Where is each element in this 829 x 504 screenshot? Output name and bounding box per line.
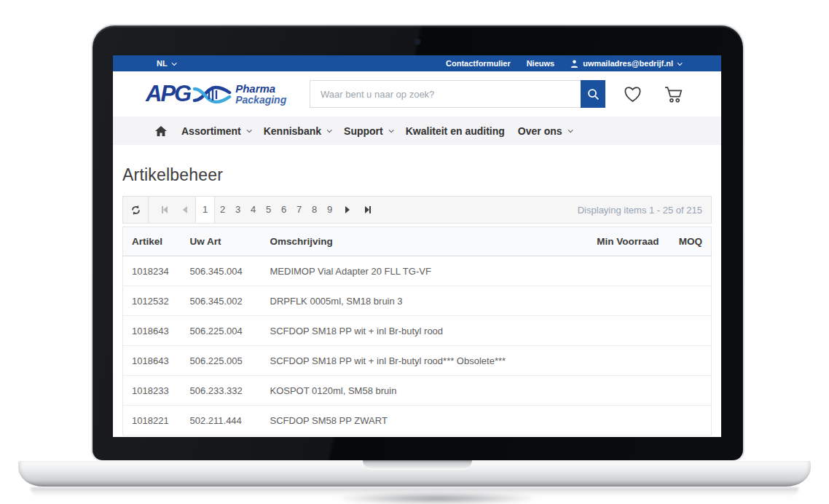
col-uw-art[interactable]: Uw Art: [181, 227, 262, 256]
search-button[interactable]: [581, 80, 605, 108]
table-row[interactable]: 1018234 506.345.004 MEDIMOP Vial Adapter…: [123, 256, 712, 286]
nav-item[interactable]: Assortiment: [181, 125, 251, 137]
prev-page-button[interactable]: [175, 197, 195, 223]
pager-page-button[interactable]: 5: [261, 197, 276, 223]
nav-item[interactable]: Over ons: [518, 125, 572, 137]
table-row[interactable]: 1018643 506.225.004 SCFDOP SM18 PP wit +…: [123, 316, 712, 346]
last-page-button[interactable]: [358, 197, 378, 223]
nav-item[interactable]: Kwaliteit en auditing: [406, 125, 505, 137]
prev-page-icon: [183, 206, 187, 213]
pagination-bar: 1 2 3 4 5 6 7: [122, 196, 712, 224]
cell-moq: [668, 346, 712, 376]
nav-item[interactable]: Support: [344, 125, 393, 137]
user-account-menu[interactable]: uwmailadres@bedrijf.nl: [570, 59, 681, 68]
nav-item-label: Kennisbank: [264, 125, 321, 137]
table-row[interactable]: 1012532 506.345.002 DRPFLK 0005ml, SM18 …: [123, 286, 712, 316]
cart-icon: [664, 85, 683, 103]
pager-pages: 1 2 3 4 5 6 7: [195, 197, 337, 223]
cart-button[interactable]: [664, 85, 683, 103]
user-email: uwmailadres@bedrijf.nl: [583, 59, 673, 68]
refresh-icon: [130, 205, 141, 216]
cell-uw-art: 506.233.332: [181, 376, 262, 406]
first-page-button[interactable]: [154, 197, 175, 223]
table-row[interactable]: 1018233 506.233.332 KOSPOT 0120ml, SM58 …: [123, 376, 712, 406]
pager-page-button[interactable]: 1: [195, 197, 215, 223]
cell-uw-art: 506.225.004: [181, 316, 262, 346]
main-nav: Assortiment Kennisbank Support K: [113, 117, 721, 145]
cell-omschrijving: SCFDOP SM58 PP ZWART: [262, 406, 581, 436]
cell-uw-art: 502.211.444: [181, 406, 262, 436]
cell-artikel: 1018643: [123, 346, 181, 376]
table-header-row: Artikel Uw Art Omschrijving Min Voorraad…: [123, 227, 712, 256]
first-page-icon: [163, 206, 168, 213]
nav-item-label: Over ons: [518, 125, 562, 137]
pager-page-button[interactable]: 3: [230, 197, 245, 223]
page-background: NL Contactformulier Nieuws uwmailadres@b…: [0, 0, 829, 504]
cell-min-voorraad: [581, 376, 668, 406]
language-selector[interactable]: NL: [157, 59, 176, 68]
cell-omschrijving: DRPFLK 0005ml, SM18 bruin 3: [262, 286, 581, 316]
nav-item-label: Kwaliteit en auditing: [406, 125, 505, 137]
home-link[interactable]: [155, 126, 167, 136]
chevron-down-icon: [567, 127, 573, 133]
wishlist-button[interactable]: [623, 85, 643, 103]
cell-artikel: 1018233: [123, 376, 181, 406]
heart-icon: [623, 85, 643, 103]
logo-packaging-text: Packaging: [235, 95, 286, 106]
page-title: Artikelbeheer: [122, 165, 712, 185]
site-header: APG Pharma Packaging: [113, 71, 721, 117]
nav-item-label: Assortiment: [181, 125, 241, 137]
contactformulier-link[interactable]: Contactformulier: [446, 59, 511, 68]
cell-min-voorraad: [581, 256, 668, 286]
apg-logo[interactable]: APG Pharma Packaging: [146, 81, 310, 107]
search-icon: [587, 88, 600, 101]
cell-omschrijving: MEDIMOP Vial Adapter 20 FLL TG-VF: [262, 256, 581, 286]
cell-min-voorraad: [581, 406, 668, 436]
col-artikel[interactable]: Artikel: [123, 227, 181, 256]
pager-page-button[interactable]: 7: [291, 197, 307, 223]
cell-moq: [668, 256, 712, 286]
cell-moq: [668, 286, 712, 316]
laptop-base: [18, 460, 811, 487]
next-page-icon: [345, 206, 350, 213]
cell-artikel: 1018221: [123, 406, 181, 436]
user-icon: [570, 60, 578, 68]
cell-min-voorraad: [581, 286, 668, 316]
cell-uw-art: 506.345.004: [181, 256, 262, 286]
cell-min-voorraad: [581, 346, 668, 376]
last-page-icon: [369, 206, 371, 213]
cell-artikel: 1012532: [123, 286, 181, 316]
col-min-voorraad[interactable]: Min Voorraad: [581, 227, 668, 256]
pager-page-button[interactable]: 6: [276, 197, 291, 223]
pager-page-button[interactable]: 9: [322, 197, 337, 223]
cell-omschrijving: SCFDOP SM18 PP wit + inl Br-butyl rood: [262, 316, 581, 346]
home-icon: [155, 126, 167, 136]
cell-moq: [668, 316, 712, 346]
laptop-base-notch: [363, 460, 472, 470]
logo-apg-text: APG: [146, 81, 190, 107]
search-input[interactable]: [310, 80, 581, 108]
cell-omschrijving: SCFDOP SM18 PP wit + inl Br-butyl rood**…: [262, 346, 581, 376]
chevron-down-icon: [171, 60, 176, 66]
cell-omschrijving: KOSPOT 0120ml, SM58 bruin: [262, 376, 581, 406]
main-content: Artikelbeheer: [113, 165, 721, 436]
refresh-button[interactable]: [123, 197, 149, 223]
chevron-down-icon: [327, 127, 332, 133]
nav-item[interactable]: Kennisbank: [264, 125, 331, 137]
language-label: NL: [157, 59, 168, 68]
pager-page-button[interactable]: 8: [307, 197, 322, 223]
col-moq[interactable]: MOQ: [668, 227, 712, 256]
table-row[interactable]: 1018221 502.211.444 SCFDOP SM58 PP ZWART: [123, 406, 712, 436]
chevron-down-icon: [246, 127, 251, 133]
nieuws-link[interactable]: Nieuws: [527, 59, 555, 68]
pager-page-button[interactable]: 2: [215, 197, 230, 223]
table-row[interactable]: 1018643 506.225.005 SCFDOP SM18 PP wit +…: [123, 346, 712, 376]
pager-status: Displaying items 1 - 25 of 215: [578, 205, 711, 216]
chevron-down-icon: [388, 127, 393, 133]
pager-page-button[interactable]: 4: [245, 197, 261, 223]
webcam: [415, 39, 420, 44]
search-bar: [310, 80, 605, 108]
cell-moq: [668, 406, 712, 436]
next-page-button[interactable]: [337, 197, 358, 223]
col-omschrijving[interactable]: Omschrijving: [262, 227, 581, 256]
